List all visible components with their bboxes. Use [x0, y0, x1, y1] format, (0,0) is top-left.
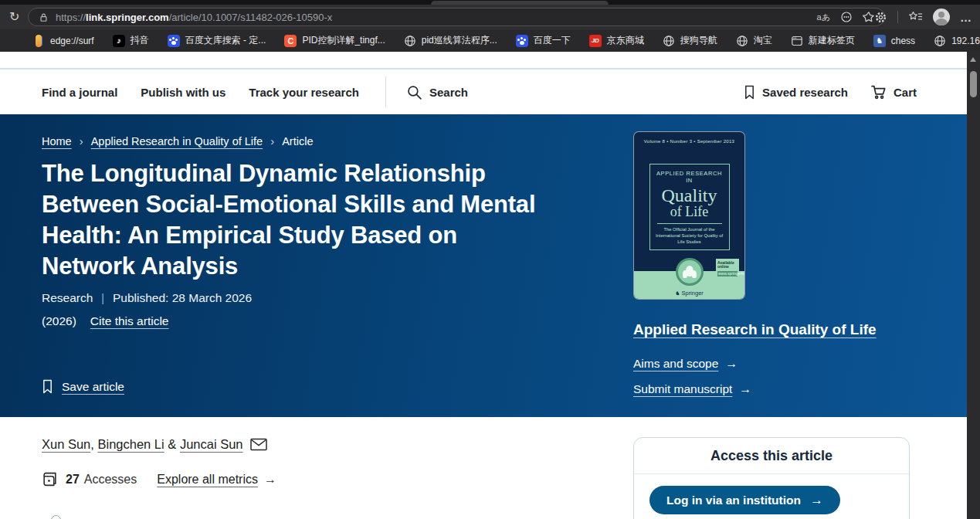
address-bar[interactable]: https://link.springer.com/article/10.100…: [28, 8, 885, 26]
title-line: Between Social-Emotional Skills and Ment…: [42, 189, 535, 220]
bookmark-item[interactable]: 淘宝: [736, 34, 772, 47]
access-card-title: Access this article: [634, 438, 909, 473]
nav-track-your-research[interactable]: Track your research: [249, 86, 359, 99]
bookmark-item[interactable]: 百度文库搜索 - 定...: [168, 34, 266, 47]
url-text: https://link.springer.com/article/10.100…: [56, 12, 332, 23]
refresh-icon[interactable]: ↻: [9, 5, 19, 29]
globe-icon: [934, 35, 946, 47]
bookmark-item[interactable]: 百度一下: [516, 34, 571, 47]
bookmarks-bar: edge://surf ♪抖音 百度文库搜索 - 定... CPID控制详解_t…: [0, 29, 980, 52]
csdn-icon: C: [284, 35, 297, 47]
toolbar-right: …: [874, 5, 980, 29]
page-actions-icon[interactable]: [840, 11, 853, 23]
arrow-right-icon: →: [810, 493, 823, 508]
globe-icon: [404, 35, 416, 47]
login-institution-button[interactable]: Log in via an institution →: [649, 486, 840, 514]
breadcrumb-home[interactable]: Home: [42, 135, 72, 148]
article-meta: Research | Published: 28 March 2026: [42, 291, 252, 305]
cart-icon: [871, 85, 887, 100]
toolbar-divider: [897, 11, 898, 23]
browser-menu-icon[interactable]: …: [960, 11, 972, 24]
breadcrumb-journal[interactable]: Applied Research in Quality of Life: [91, 135, 263, 148]
surf-icon: [32, 35, 45, 47]
url-domain: link.springer.com: [86, 12, 169, 23]
cover-title-box: APPLIED RESEARCH IN Quality of Life The …: [649, 164, 730, 250]
breadcrumb-separator: ›: [270, 134, 274, 148]
header-divider: [385, 76, 386, 107]
cart-button[interactable]: Cart: [871, 85, 917, 100]
bookmark-item[interactable]: 搜狗导航: [663, 34, 717, 47]
save-article-button[interactable]: Save article: [42, 379, 124, 394]
submit-manuscript-link[interactable]: Submit manuscript →: [633, 382, 751, 396]
email-author-icon[interactable]: [250, 438, 267, 451]
available-online-badge: Available online www.springerlink.com: [716, 259, 739, 280]
nav-publish-with-us[interactable]: Publish with us: [141, 86, 226, 99]
browser-toolbar: ↻ https://link.springer.com/article/10.1…: [0, 5, 980, 29]
next-metric-icon-partial: [51, 515, 61, 519]
cite-this-article-link[interactable]: Cite this article: [90, 314, 169, 328]
title-line: Health: An Empirical Study Based on: [42, 220, 535, 251]
extensions-icon[interactable]: [874, 11, 887, 24]
bookmark-item[interactable]: ♪抖音: [113, 34, 149, 47]
title-line: Network Analysis: [42, 251, 535, 282]
journal-cover[interactable]: Volume 8 • Number 3 • September 2013 APP…: [633, 131, 745, 300]
scrollbar-thumb[interactable]: [970, 71, 977, 97]
article-title: The Longitudinal Dynamic Relationship Be…: [42, 158, 535, 282]
chess-icon: ♞: [873, 35, 886, 47]
favorites-list-icon[interactable]: [908, 11, 923, 23]
springer-logo: ♞Springer: [634, 290, 744, 297]
author-link[interactable]: Bingchen Li: [97, 437, 164, 452]
published-date: Published: 28 March 2026: [113, 291, 252, 305]
baidu-icon: [516, 35, 528, 47]
nav-find-a-journal[interactable]: Find a journal: [42, 86, 117, 99]
bookmark-item[interactable]: 192.168.9.62: [934, 35, 980, 47]
title-line: The Longitudinal Dynamic Relationship: [42, 158, 535, 189]
accesses-label: Accesses: [84, 473, 137, 487]
arrow-right-icon: →: [264, 473, 276, 487]
url-protocol: https://: [56, 12, 86, 23]
breadcrumb-current: Article: [282, 135, 313, 148]
cover-rule: [657, 223, 722, 224]
baidu-doc-icon: [168, 35, 180, 47]
cover-issue-line: Volume 8 • Number 3 • September 2013: [634, 139, 744, 144]
address-bar-actions: aあ: [817, 11, 875, 23]
search-button[interactable]: Search: [406, 84, 468, 100]
bookmark-item[interactable]: pid巡线算法程序...: [404, 34, 497, 47]
arrow-right-icon: →: [739, 382, 751, 396]
article-type: Research: [42, 291, 93, 305]
page-top-strip: [0, 52, 967, 68]
access-card-divider: [634, 473, 909, 474]
bookmark-item[interactable]: CPID控制详解_tingf...: [284, 34, 385, 47]
profile-avatar[interactable]: [933, 8, 950, 25]
lock-icon: [38, 12, 49, 23]
isqols-logo: [676, 258, 704, 286]
breadcrumb: Home › Applied Research in Quality of Li…: [42, 134, 313, 148]
author-link[interactable]: Xun Sun: [42, 437, 90, 452]
author-separator: &: [164, 437, 180, 452]
tiktok-icon: ♪: [113, 35, 125, 47]
explore-metrics-link[interactable]: Explore all metrics: [157, 473, 258, 487]
bookmark-item[interactable]: ♞chess: [873, 35, 915, 47]
author-link[interactable]: Juncai Sun: [180, 437, 243, 452]
accesses-icon: [42, 471, 58, 487]
scrollbar-up-arrow[interactable]: [970, 57, 976, 62]
web-page: Find a journal Publish with us Track you…: [0, 52, 967, 519]
translate-icon[interactable]: aあ: [817, 12, 830, 23]
bookmark-item[interactable]: edge://surf: [32, 35, 94, 47]
cite-row: (2026) Cite this article: [42, 314, 168, 328]
globe-icon: [663, 35, 675, 47]
bookmark-item[interactable]: JD京东商城: [589, 34, 644, 47]
bookmark-icon: [42, 379, 53, 394]
url-path: /article/10.1007/s11482-026-10590-x: [169, 12, 333, 23]
aims-and-scope-link[interactable]: Aims and scope →: [633, 357, 738, 371]
bookmark-item[interactable]: 新建标签页: [791, 34, 855, 47]
article-body-top: Xun Sun, Bingchen Li & Juncai Sun 27 Acc…: [0, 417, 967, 519]
journal-name-link[interactable]: Applied Research in Quality of Life: [633, 321, 877, 338]
favorite-star-icon[interactable]: [863, 11, 875, 23]
author-separator: ,: [90, 437, 97, 452]
page-scrollbar[interactable]: [967, 52, 980, 519]
article-hero: Home › Applied Research in Quality of Li…: [0, 114, 967, 417]
search-icon: [406, 84, 422, 100]
saved-research-button[interactable]: Saved research: [744, 85, 848, 100]
metrics-row: 27 Accesses Explore all metrics →: [42, 471, 276, 487]
